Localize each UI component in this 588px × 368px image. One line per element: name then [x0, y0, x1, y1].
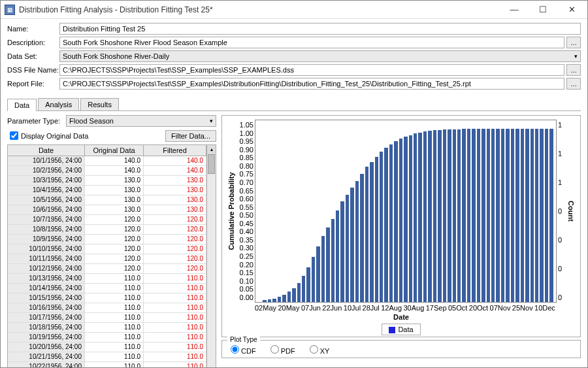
table-row[interactable]: 10/3/1956, 24:00130.0130.0 — [8, 176, 206, 186]
left-panel: Parameter Type: Flood Season ▾ Display O… — [7, 115, 216, 368]
chevron-down-icon: ▾ — [574, 53, 578, 59]
chart-bar — [462, 129, 465, 302]
chart-plot[interactable] — [255, 120, 557, 303]
table-row[interactable]: 10/15/1956, 24:00110.0110.0 — [8, 293, 206, 303]
dataset-label: Data Set: — [7, 52, 59, 60]
table-row[interactable]: 10/17/1956, 24:00110.0110.0 — [8, 313, 206, 323]
chart-bar — [316, 246, 319, 302]
chart-bar — [331, 219, 335, 302]
right-panel: Cumulative Probability 1.051.000.950.900… — [221, 115, 581, 368]
chart-bar — [540, 129, 543, 302]
chart-bar — [321, 236, 325, 302]
chart-bar — [389, 144, 393, 302]
table-row[interactable]: 10/11/1956, 24:00120.0120.0 — [8, 254, 206, 264]
chart-bar — [370, 162, 373, 302]
table-row[interactable]: 10/21/1956, 24:00110.0110.0 — [8, 352, 206, 362]
table-row[interactable]: 10/10/1956, 24:00120.0120.0 — [8, 244, 206, 254]
radio-cdf[interactable]: CDF — [227, 347, 256, 355]
tab-bar: Data Analysis Results — [7, 98, 581, 111]
chart-bar — [278, 297, 281, 302]
scroll-thumb[interactable] — [208, 154, 215, 174]
data-table: Date Original Data Filtered 10/1/1956, 2… — [7, 144, 216, 368]
chart-bar — [506, 129, 509, 302]
legend-data-label: Data — [398, 326, 413, 333]
table-row[interactable]: 10/4/1956, 24:00130.0130.0 — [8, 186, 206, 195]
chart-bar — [340, 201, 344, 302]
table-row[interactable]: 10/16/1956, 24:00110.0110.0 — [8, 303, 206, 313]
chart-bar — [496, 129, 499, 302]
chart-bar — [360, 174, 363, 302]
radio-pdf[interactable]: PDF — [267, 347, 295, 355]
chart-bar — [399, 139, 402, 302]
y2-axis-label: Count — [566, 120, 576, 303]
tab-analysis[interactable]: Analysis — [38, 98, 79, 110]
table-row[interactable]: 10/13/1956, 24:00110.0110.0 — [8, 274, 206, 284]
table-row[interactable]: 10/7/1956, 24:00120.0120.0 — [8, 215, 206, 225]
description-label: Description: — [7, 39, 59, 46]
description-input[interactable] — [59, 37, 564, 48]
param-type-select[interactable]: Flood Season ▾ — [66, 115, 216, 127]
chart-bar — [438, 130, 441, 302]
table-row[interactable]: 10/1/1956, 24:00140.0140.0 — [8, 156, 206, 166]
chart-bar — [375, 157, 378, 302]
chart-bar — [501, 129, 504, 302]
plot-type-title: Plot Type — [227, 336, 260, 343]
table-row[interactable]: 10/12/1956, 24:00120.0120.0 — [8, 264, 206, 274]
chart-bar — [380, 152, 383, 302]
y-axis-label: Cumulative Probability — [226, 120, 237, 303]
maximize-button[interactable]: ☐ — [529, 1, 557, 18]
name-input[interactable] — [59, 23, 581, 35]
table-row[interactable]: 10/19/1956, 24:00110.0110.0 — [8, 333, 206, 343]
chart-bar — [525, 129, 529, 302]
display-original-checkbox[interactable] — [10, 131, 18, 140]
chart-bar — [535, 129, 538, 302]
col-date[interactable]: Date — [8, 145, 85, 156]
radio-xy[interactable]: XY — [306, 347, 330, 355]
table-row[interactable]: 10/8/1956, 24:00120.0120.0 — [8, 225, 206, 235]
table-row[interactable]: 10/18/1956, 24:00110.0110.0 — [8, 323, 206, 333]
content-area: Parameter Type: Flood Season ▾ Display O… — [1, 111, 587, 368]
table-row[interactable]: 10/6/1956, 24:00130.0130.0 — [8, 205, 206, 215]
chart-bar — [272, 299, 276, 302]
table-row[interactable]: 10/20/1956, 24:00110.0110.0 — [8, 343, 206, 352]
reportfile-label: Report File: — [7, 80, 59, 88]
tab-data[interactable]: Data — [7, 99, 37, 111]
col-original[interactable]: Original Data — [85, 145, 144, 156]
minimize-button[interactable]: — — [500, 1, 529, 18]
table-scrollbar[interactable]: ▴ ▾ — [206, 145, 216, 368]
chart-bar — [312, 257, 315, 302]
chart-bar — [414, 133, 417, 302]
chart-bar — [326, 227, 329, 302]
chart-bar — [365, 167, 368, 301]
chart-bar — [287, 292, 291, 302]
description-more-button[interactable]: … — [566, 37, 581, 48]
chart-bar — [282, 295, 286, 302]
table-row[interactable]: 10/22/1956, 24:00110.0110.0 — [8, 362, 206, 368]
chart-bar — [306, 267, 310, 302]
chart-bar — [457, 129, 461, 302]
tab-results[interactable]: Results — [80, 98, 119, 110]
name-label: Name: — [7, 25, 59, 33]
form-panel: Name: Description: … Data Set: South For… — [1, 19, 587, 94]
table-row[interactable]: 10/9/1956, 24:00120.0120.0 — [8, 235, 206, 244]
chart-legend: Data — [226, 324, 576, 335]
col-filtered[interactable]: Filtered — [144, 145, 206, 156]
table-row[interactable]: 10/2/1956, 24:00140.0140.0 — [8, 166, 206, 176]
y-axis-ticks: 1.051.000.950.900.850.800.750.700.650.60… — [237, 120, 255, 303]
scroll-up-icon[interactable]: ▴ — [207, 145, 216, 154]
chart-bar — [394, 141, 397, 302]
reportfile-browse-button[interactable]: … — [566, 78, 581, 90]
table-row[interactable]: 10/5/1956, 24:00130.0130.0 — [8, 195, 206, 205]
chart-bar — [428, 131, 431, 302]
dataset-select[interactable]: South Fork Shoshone River-Daily ▾ — [59, 50, 581, 62]
chart-bar — [336, 210, 339, 302]
chart-bar — [263, 300, 266, 302]
filter-data-button[interactable]: Filter Data... — [165, 130, 216, 142]
reportfile-input[interactable] — [59, 78, 564, 90]
close-button[interactable]: ✕ — [557, 1, 586, 18]
dssfile-label: DSS File Name: — [7, 66, 59, 74]
chart-bar — [346, 195, 349, 302]
dssfile-input[interactable] — [59, 64, 564, 76]
table-row[interactable]: 10/14/1956, 24:00110.0110.0 — [8, 284, 206, 293]
dssfile-browse-button[interactable]: … — [566, 64, 581, 76]
